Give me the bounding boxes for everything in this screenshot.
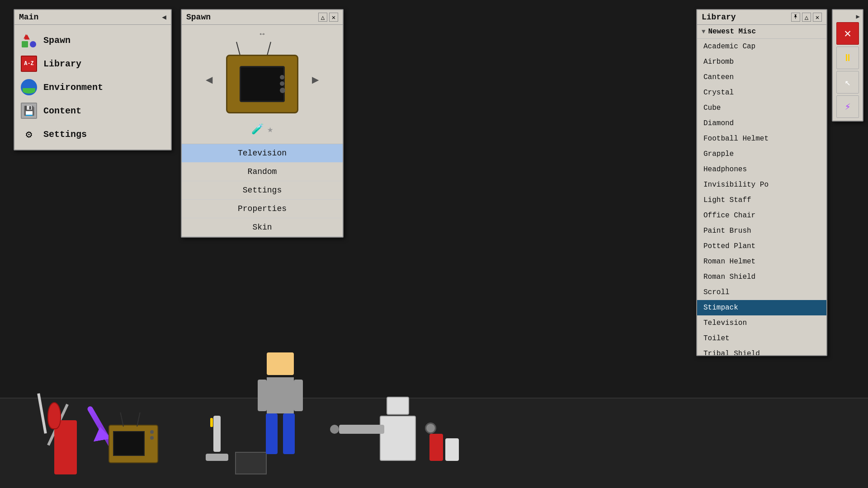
sidebar-item-environment-label: Environment [43,82,103,93]
toolbar-cursor-button[interactable]: ↖ [836,71,859,94]
sidebar-item-library[interactable]: A-Z Library [14,52,171,75]
library-item-office-chair[interactable]: Office Chair [697,208,826,223]
library-item-scroll[interactable]: Scroll [697,285,826,300]
spawn-prev-button[interactable]: ◀ [206,74,212,85]
star-icon: ★ [267,123,273,136]
sidebar-item-spawn[interactable]: ▲ Spawn [14,28,171,52]
sidebar-item-library-label: Library [43,59,81,69]
spawn-menu-skin[interactable]: Skin [182,218,343,237]
library-category[interactable]: ▼ Newest Misc [697,25,826,39]
main-panel-collapse-button[interactable]: ◀ [162,13,166,22]
library-list[interactable]: Academic Cap Airbomb Canteen Crystal Cub… [697,39,826,355]
toolbar-collapse-button[interactable]: ▶ [856,13,863,20]
spawn-preview-area: ↔ ◀ ▶ 🧪 ★ [182,25,343,144]
spawn-close-button[interactable]: ✕ [329,13,338,22]
library-item-canteen[interactable]: Canteen [697,70,826,85]
spawn-titlebar-buttons: △ ✕ [318,13,338,22]
spawn-next-button[interactable]: ▶ [312,74,319,85]
library-item-roman-shield[interactable]: Roman Shield [697,269,826,285]
library-item-crystal[interactable]: Crystal [697,85,826,100]
toolbar-pause-button[interactable]: ⏸ [836,47,859,69]
library-icon: A-Z [21,56,37,72]
main-panel-titlebar: Main ◀ [14,10,171,25]
right-toolbar: ▶ ✕ ⏸ ↖ ⚡ [832,9,863,122]
spawn-panel-titlebar: Spawn △ ✕ [182,10,343,25]
spawn-menu-television[interactable]: Television [182,144,343,163]
scene-speaker [203,402,231,465]
scene-objects [0,352,542,488]
spawn-preview-container: ◀ ▶ [206,41,319,118]
library-item-academic-cap[interactable]: Academic Cap [697,39,826,54]
move-icon: ↔ [260,29,265,38]
library-panel: Library 🖈 △ ✕ ▼ Newest Misc Academic Cap… [696,9,827,356]
spawn-menu-items: Television Random Settings Properties Sk… [182,144,343,237]
library-titlebar-buttons: 🖈 △ ✕ [791,13,822,22]
lightning-icon: ⚡ [844,101,850,113]
spawn-panel-title: Spawn [186,13,211,22]
library-item-football-helmet[interactable]: Football Helmet [697,131,826,146]
spawn-minimize-button[interactable]: △ [318,13,327,22]
library-item-stimpack[interactable]: Stimpack [697,300,826,315]
library-item-cube[interactable]: Cube [697,100,826,116]
library-item-tribal-shield[interactable]: Tribal Shield [697,346,826,355]
close-icon: ✕ [844,26,851,41]
sidebar-item-settings-label: Settings [43,129,87,140]
library-item-television[interactable]: Television [697,315,826,331]
library-panel-title: Library [702,13,736,22]
sidebar-item-environment[interactable]: Environment [14,75,171,99]
scene-robot [380,416,416,461]
toolbar-lightning-button[interactable]: ⚡ [836,95,859,118]
library-item-invisibility-po[interactable]: Invisibility Po [697,177,826,192]
main-panel-items: ▲ Spawn A-Z Library Environment Content … [14,25,171,150]
library-minimize-button[interactable]: △ [802,13,811,22]
spawn-tv-preview [217,41,307,118]
library-category-arrow: ▼ [702,28,705,35]
scene-ground-tv [108,425,167,470]
spawn-icon: ▲ [21,32,37,48]
sidebar-item-content[interactable]: Content [14,99,171,122]
library-pin-button[interactable]: 🖈 [791,13,800,22]
sidebar-item-spawn-label: Spawn [43,35,71,46]
library-item-roman-helmet[interactable]: Roman Helmet [697,254,826,269]
library-close-button[interactable]: ✕ [813,13,822,22]
settings-icon: ⚙ [21,126,37,142]
library-item-toilet[interactable]: Toilet [697,331,826,346]
content-icon [21,103,37,119]
scene-stickman [253,352,307,461]
library-item-airbomb[interactable]: Airbomb [697,54,826,70]
spawn-menu-settings[interactable]: Settings [182,181,343,200]
library-item-potted-plant[interactable]: Potted Plant [697,239,826,254]
library-item-grapple[interactable]: Grapple [697,146,826,162]
environment-icon [21,79,37,95]
library-item-diamond[interactable]: Diamond [697,116,826,131]
library-item-light-staff[interactable]: Light Staff [697,192,826,208]
main-panel-title: Main [19,13,38,22]
cursor-icon: ↖ [844,76,850,89]
library-item-headphones[interactable]: Headphones [697,162,826,177]
sidebar-item-content-label: Content [43,106,81,116]
scene-red-white-object [429,429,466,461]
library-item-paint-brush[interactable]: Paint Brush [697,223,826,239]
pause-icon: ⏸ [843,52,853,64]
toolbar-close-button[interactable]: ✕ [836,22,859,45]
spawn-icons-row: 🧪 ★ [251,123,273,136]
spawn-menu-random[interactable]: Random [182,163,343,181]
library-category-name: Newest Misc [708,28,756,36]
main-panel: Main ◀ ▲ Spawn A-Z Library Environment C… [14,9,172,150]
sidebar-item-settings[interactable]: ⚙ Settings [14,122,171,146]
flask-icon: 🧪 [251,123,264,136]
spawn-menu-properties[interactable]: Properties [182,200,343,218]
spawn-panel: Spawn △ ✕ ↔ ◀ ▶ [181,9,344,238]
library-titlebar: Library 🖈 △ ✕ [697,10,826,25]
